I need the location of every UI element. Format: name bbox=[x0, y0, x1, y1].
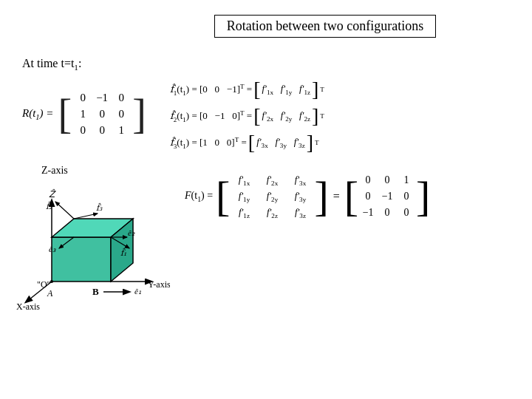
axis-diagram: Ẑ f̂₂ f̂₃ ê₃ f̂₁ ê₂ "O" A B bbox=[15, 178, 170, 311]
fm-11: f'2y bbox=[267, 190, 279, 203]
rm-01: 0 bbox=[385, 174, 390, 186]
eq3-T: T bbox=[315, 139, 319, 146]
fm-12: f'3y bbox=[295, 190, 307, 203]
result-lbracket: [ bbox=[344, 175, 358, 218]
eq2-rbracket: ] bbox=[312, 106, 318, 126]
equals-sign: = bbox=[333, 190, 340, 203]
f-rbracket: ] bbox=[314, 175, 328, 218]
title-box: Rotation between two configurations bbox=[214, 15, 436, 38]
eq2-lhs: f̂2(t1) = [0 −1 0]T = bbox=[170, 109, 252, 123]
z-axis-label: Z-axis bbox=[41, 165, 177, 177]
eq1-lbracket: [ bbox=[253, 79, 260, 100]
cell-21: 0 bbox=[99, 124, 105, 137]
rm-00: 0 bbox=[366, 174, 371, 186]
r-matrix-label: R(t1) = bbox=[22, 107, 53, 121]
rm-02: 1 bbox=[404, 174, 409, 186]
svg-text:Y-axis: Y-axis bbox=[148, 279, 170, 290]
eq1-T: T bbox=[320, 86, 324, 93]
eq2-rhs: f'2x f'2y f'2z bbox=[262, 109, 311, 123]
left-bracket: [ bbox=[58, 93, 72, 134]
f-matrix-label: F(t1) = bbox=[185, 190, 213, 203]
equations-section: f̂1(t1) = [0 0 −1]T = [ f'1x f'1y f'1z ]… bbox=[163, 79, 517, 153]
r-matrix-section: R(t1) = [ 0 −1 0 1 0 0 0 0 1 ] bbox=[15, 85, 163, 138]
result-rbracket: ] bbox=[416, 175, 430, 218]
title-text: Rotation between two configurations bbox=[227, 18, 423, 33]
eq3-lbracket: [ bbox=[248, 132, 255, 153]
page-container: Rotation between two configurations At t… bbox=[0, 0, 532, 399]
eq1-rhs: f'1x f'1y f'1z bbox=[262, 83, 311, 96]
svg-line-7 bbox=[55, 202, 74, 219]
eq3-row: f̂3(t1) = [1 0 0]T = [ f'3x f'3y f'3z ] … bbox=[170, 132, 517, 153]
svg-text:f̂₁: f̂₁ bbox=[120, 248, 126, 257]
fm-20: f'1z bbox=[239, 206, 250, 219]
cell-12: 0 bbox=[118, 108, 124, 120]
svg-text:A: A bbox=[47, 288, 53, 299]
rm-21: 0 bbox=[385, 207, 390, 219]
rm-11: −1 bbox=[382, 191, 393, 202]
rm-10: 0 bbox=[366, 191, 371, 202]
svg-text:B: B bbox=[92, 286, 99, 297]
fm-01: f'2x bbox=[267, 174, 279, 187]
rm-20: −1 bbox=[363, 207, 374, 219]
fm-02: f'3x bbox=[295, 174, 307, 187]
svg-text:Ẑ: Ẑ bbox=[49, 188, 56, 200]
svg-line-8 bbox=[74, 214, 98, 219]
r-matrix-content: 0 −1 0 1 0 0 0 0 1 bbox=[73, 89, 131, 138]
eq2-lbracket: [ bbox=[253, 106, 260, 126]
r-matrix: R(t1) = [ 0 −1 0 1 0 0 0 0 1 ] bbox=[22, 89, 163, 138]
f-lbracket: [ bbox=[216, 175, 230, 218]
eq1-lhs: f̂1(t1) = [0 0 −1]T = bbox=[170, 83, 252, 97]
eq3-rhs: f'3x f'3y f'3z bbox=[256, 136, 305, 149]
cell-01: −1 bbox=[96, 92, 108, 104]
eq1-row: f̂1(t1) = [0 0 −1]T = [ f'1x f'1y f'1z ]… bbox=[170, 79, 517, 100]
right-bracket: ] bbox=[132, 93, 146, 134]
fm-22: f'3z bbox=[295, 206, 306, 219]
result-matrix-content: 0 0 1 0 −1 0 −1 0 0 bbox=[358, 172, 416, 221]
eq1-rbracket: ] bbox=[312, 79, 318, 100]
bottom-section: Z-axis bbox=[15, 165, 517, 314]
svg-point-6 bbox=[50, 280, 53, 283]
eq2-row: f̂2(t1) = [0 −1 0]T = [ f'2x f'2y f'2z ]… bbox=[170, 106, 517, 126]
f-matrix-equation: F(t1) = [ f'1x f'2x f'3x f'1y f'2y f'3y … bbox=[185, 172, 517, 221]
svg-text:X-axis: X-axis bbox=[16, 301, 40, 311]
f-matrix-section: F(t1) = [ f'1x f'2x f'3x f'1y f'2y f'3y … bbox=[177, 172, 517, 221]
f-matrix-content: f'1x f'2x f'3x f'1y f'2y f'3y f'1z f'2z … bbox=[230, 172, 314, 221]
cell-22: 1 bbox=[118, 124, 124, 137]
cell-02: 0 bbox=[118, 92, 124, 104]
cell-20: 0 bbox=[80, 124, 86, 137]
cell-10: 1 bbox=[80, 108, 86, 120]
fm-21: f'2z bbox=[267, 206, 278, 219]
svg-text:f̂₂: f̂₂ bbox=[46, 201, 52, 211]
fm-10: f'1y bbox=[239, 190, 250, 203]
eq3-lhs: f̂3(t1) = [1 0 0]T = bbox=[170, 136, 247, 150]
svg-text:f̂₃: f̂₃ bbox=[96, 202, 103, 212]
svg-text:ê₁: ê₁ bbox=[134, 287, 141, 296]
svg-text:ê₂: ê₂ bbox=[128, 228, 135, 237]
rm-22: 0 bbox=[404, 207, 409, 219]
cell-11: 0 bbox=[99, 108, 105, 120]
cell-00: 0 bbox=[80, 92, 86, 104]
rm-12: 0 bbox=[404, 191, 409, 202]
at-time-label: At time t=t1: bbox=[22, 57, 517, 72]
svg-text:ê₃: ê₃ bbox=[49, 245, 56, 253]
diagram-section: Z-axis bbox=[15, 165, 177, 314]
svg-marker-0 bbox=[52, 237, 111, 282]
fm-00: f'1x bbox=[239, 174, 250, 187]
eq2-T: T bbox=[320, 112, 324, 120]
eq3-rbracket: ] bbox=[307, 132, 313, 153]
